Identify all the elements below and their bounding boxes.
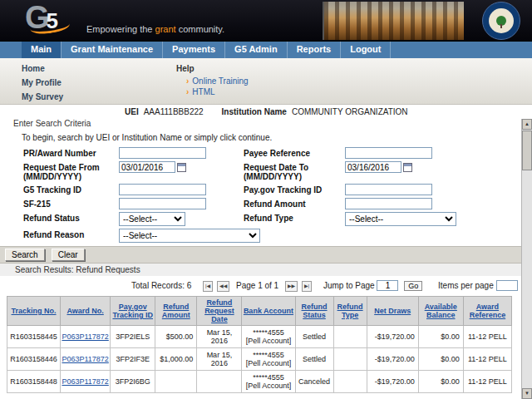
sort-tracking-no[interactable]: Tracking No. bbox=[12, 307, 57, 315]
scroll-up-icon[interactable]: ▲ bbox=[522, 119, 532, 130]
form-row: G5 Tracking ID Pay.gov Tracking ID bbox=[23, 184, 532, 195]
bank-account-cell: *****4555 [Pell Account] bbox=[242, 325, 295, 347]
refund-status-select[interactable]: --Select-- bbox=[119, 212, 185, 226]
clear-button[interactable]: Clear bbox=[52, 249, 85, 261]
refund-type-cell bbox=[333, 325, 367, 347]
link-my-survey[interactable]: My Survey bbox=[22, 92, 63, 101]
sort-refund-amount[interactable]: Refund Amount bbox=[162, 303, 190, 319]
sort-refund-status[interactable]: Refund Status bbox=[302, 303, 328, 319]
col-refund-status: Refund Status bbox=[295, 296, 333, 325]
scrollbar-thumb[interactable] bbox=[522, 131, 532, 170]
prev-page-icon[interactable]: ◀◀ bbox=[217, 281, 229, 292]
bullet-arrow-icon: › bbox=[186, 87, 189, 96]
link-html[interactable]: HTML bbox=[192, 87, 214, 96]
items-per-page-label: Items per page bbox=[438, 281, 494, 290]
sort-net-draws[interactable]: Net Draws bbox=[374, 307, 411, 315]
bullet-arrow-icon: › bbox=[186, 76, 189, 86]
go-button[interactable]: Go bbox=[404, 281, 422, 291]
refund-status-label: Refund Status bbox=[23, 212, 119, 223]
seal-inner bbox=[489, 8, 514, 33]
bank-account-cell: *****4555 [Pell Account] bbox=[242, 347, 295, 370]
tagline-highlight: grant bbox=[155, 24, 176, 34]
paygov-id-cell: 3FP2IELS bbox=[111, 325, 155, 347]
request-date-from-input[interactable] bbox=[119, 161, 175, 173]
request-date-to-input[interactable] bbox=[345, 161, 401, 173]
jump-page-input[interactable] bbox=[377, 280, 398, 291]
help-section: Help ›Online Training ›HTML bbox=[176, 64, 249, 97]
nav-tab-reports[interactable]: Reports bbox=[288, 42, 342, 58]
sort-award-reference[interactable]: Award Reference bbox=[470, 303, 506, 319]
g5-tracking-input[interactable] bbox=[119, 184, 206, 195]
nav-tab-grant-maintenance[interactable]: Grant Maintenance bbox=[62, 42, 163, 58]
net-draws-cell: -$19,720.00 bbox=[367, 370, 418, 392]
next-page-icon[interactable]: ▶▶ bbox=[285, 281, 298, 292]
sort-available-balance[interactable]: Available Balance bbox=[425, 303, 457, 319]
link-my-profile[interactable]: My Profile bbox=[22, 78, 63, 87]
request-date-from-label: Request Date From (MM/DD/YYYY) bbox=[23, 161, 119, 181]
bank-account-cell: *****4555 [Pell Account] bbox=[242, 370, 295, 392]
link-home[interactable]: Home bbox=[22, 64, 63, 73]
help-title: Help bbox=[176, 64, 249, 73]
col-net-draws: Net Draws bbox=[367, 296, 418, 325]
paygov-id-cell: 3FP2IF3E bbox=[111, 347, 155, 370]
sort-award-no[interactable]: Award No. bbox=[66, 307, 103, 315]
g5-tracking-label: G5 Tracking ID bbox=[23, 184, 119, 195]
tracking-no-cell: R1603158445 bbox=[7, 325, 61, 347]
nav-tab-main[interactable]: Main bbox=[22, 42, 62, 58]
table-row: R1603158446 P063P117872 3FP2IF3E $1,000.… bbox=[7, 347, 512, 370]
form-row: Refund Status --Select-- Refund Type --S… bbox=[23, 212, 532, 226]
items-per-page-input[interactable] bbox=[496, 280, 518, 291]
col-refund-type: Refund Type bbox=[333, 296, 367, 325]
refund-amount-label: Refund Amount bbox=[244, 198, 345, 209]
vertical-scrollbar[interactable]: ▲ ▼ bbox=[521, 119, 532, 399]
table-row: R1603158448 P063P117872 3FP2I6BG *****45… bbox=[7, 370, 512, 392]
library-photo bbox=[323, 2, 464, 40]
sort-bank-account[interactable]: Bank Account bbox=[244, 307, 293, 315]
help-link-row: ›Online Training bbox=[186, 76, 249, 86]
award-no-link[interactable]: P063P117872 bbox=[61, 347, 111, 370]
sf215-input[interactable] bbox=[119, 198, 206, 209]
col-available-balance: Available Balance bbox=[418, 296, 463, 325]
refund-type-select[interactable]: --Select-- bbox=[345, 212, 456, 226]
calendar-icon[interactable] bbox=[403, 163, 412, 172]
pr-award-label: PR/Award Number bbox=[23, 147, 119, 158]
quicklinks-left: Home My Profile My Survey bbox=[22, 64, 63, 106]
search-results-title: Search Results: Refund Requests bbox=[0, 264, 532, 276]
tracking-no-cell: R1603158448 bbox=[7, 370, 61, 392]
paygov-tracking-input[interactable] bbox=[345, 184, 432, 195]
sort-paygov-tracking-id[interactable]: Pay.gov Tracking ID bbox=[112, 303, 153, 319]
main-nav: Main Grant Maintenance Payments G5 Admin… bbox=[0, 42, 532, 58]
col-tracking-no: Tracking No. bbox=[7, 296, 61, 325]
refund-type-cell bbox=[333, 347, 367, 370]
link-online-training[interactable]: Online Training bbox=[192, 76, 248, 86]
sort-refund-type[interactable]: Refund Type bbox=[337, 303, 363, 319]
institution-name-value: COMMUNITY ORGANIZATION bbox=[292, 107, 408, 116]
sort-refund-request-date[interactable]: Refund Request Date bbox=[204, 298, 234, 323]
last-page-icon[interactable]: ▶| bbox=[302, 281, 312, 292]
net-draws-cell: -$19,720.00 bbox=[367, 325, 418, 347]
award-no-link[interactable]: P063P117872 bbox=[61, 325, 111, 347]
nav-tab-payments[interactable]: Payments bbox=[163, 42, 225, 58]
award-no-link[interactable]: P063P117872 bbox=[61, 370, 111, 392]
refund-reason-label: Refund Reason bbox=[23, 229, 119, 239]
request-date-to-label: Request Date To (MM/DD/YYYY) bbox=[244, 161, 345, 181]
page-indicator: Page 1 of 1 bbox=[236, 281, 278, 290]
calendar-icon[interactable] bbox=[177, 163, 186, 172]
g5-logo: G5 bbox=[25, 0, 58, 36]
scroll-down-icon[interactable]: ▼ bbox=[522, 388, 532, 399]
search-instruction: To begin, search by UEI or Institution N… bbox=[22, 133, 532, 142]
pr-award-input[interactable] bbox=[119, 147, 206, 159]
payee-reference-input[interactable] bbox=[345, 147, 432, 159]
award-reference-cell: 11-12 PELL bbox=[463, 347, 511, 370]
first-page-icon[interactable]: |◀ bbox=[203, 281, 213, 292]
help-link-row: ›HTML bbox=[186, 86, 249, 97]
nav-tab-logout[interactable]: Logout bbox=[341, 42, 391, 58]
payee-reference-label: Payee Reference bbox=[244, 147, 345, 158]
form-row: Refund Reason --Select-- bbox=[23, 229, 532, 243]
form-row: Request Date From (MM/DD/YYYY) Request D… bbox=[23, 161, 532, 181]
search-button[interactable]: Search bbox=[5, 249, 45, 261]
nav-tab-g5-admin[interactable]: G5 Admin bbox=[225, 42, 288, 58]
refund-reason-select[interactable]: --Select-- bbox=[119, 229, 260, 243]
action-button-row: Search Clear bbox=[0, 246, 532, 264]
refund-amount-input[interactable] bbox=[345, 198, 432, 209]
